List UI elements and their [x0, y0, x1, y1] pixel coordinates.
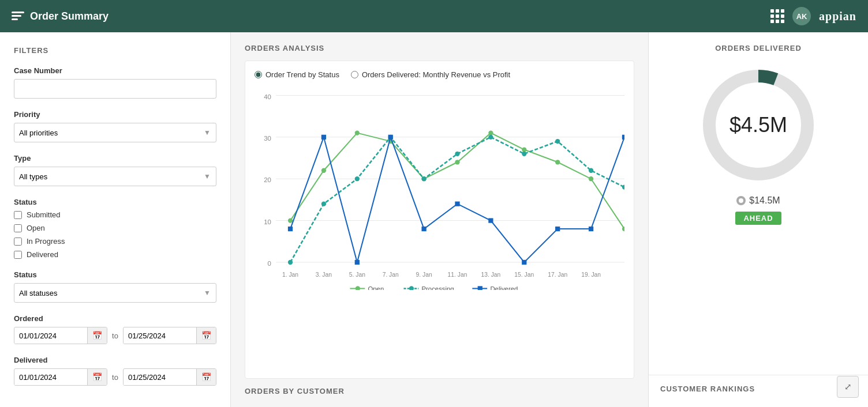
svg-point-28	[555, 160, 560, 164]
svg-text:20: 20	[264, 176, 271, 183]
delivered-to-wrapper: 📅	[123, 368, 216, 386]
svg-text:Open: Open	[368, 285, 384, 290]
svg-point-29	[589, 176, 593, 181]
status-select[interactable]: All statuses Submitted Open In Progress …	[14, 283, 216, 303]
ordered-from-input[interactable]	[14, 328, 87, 344]
ordered-from-wrapper: 📅	[14, 327, 107, 344]
radio-trend[interactable]: Order Trend by Status	[255, 70, 339, 79]
svg-point-32	[321, 202, 326, 206]
type-select-wrapper: All types Type A Type B ▼	[14, 167, 216, 186]
delivered-to-calendar-button[interactable]: 📅	[196, 369, 216, 385]
target-value: $14.5M	[749, 195, 780, 206]
status-dropdown-filter: Status All statuses Submitted Open In Pr…	[14, 270, 216, 303]
svg-text:Processing: Processing	[421, 285, 454, 290]
svg-point-36	[455, 152, 459, 156]
svg-point-25	[455, 160, 459, 164]
checkbox-submitted-input[interactable]	[14, 211, 22, 219]
scroll-to-top-button[interactable]: ⤢	[837, 376, 859, 398]
svg-rect-52	[622, 135, 624, 140]
case-number-input[interactable]	[14, 79, 216, 99]
svg-rect-47	[455, 202, 459, 206]
priority-select[interactable]: All priorities High Medium Low	[14, 123, 216, 142]
svg-text:9. Jan: 9. Jan	[416, 272, 432, 278]
delivered-to-label: to	[112, 373, 118, 382]
svg-point-62	[709, 76, 807, 174]
svg-text:13. Jan: 13. Jan	[481, 272, 500, 278]
svg-rect-44	[355, 260, 360, 265]
svg-text:19. Jan: 19. Jan	[581, 272, 601, 278]
checkbox-delivered-input[interactable]	[14, 251, 22, 259]
svg-point-38	[522, 152, 526, 156]
radio-revenue-input[interactable]	[351, 71, 358, 78]
chart-container: Order Trend by Status Orders Delivered: …	[245, 61, 634, 379]
chart-icon	[12, 12, 24, 21]
orders-analysis-section: ORDERS ANALYSIS Order Trend by Status Or…	[231, 32, 649, 407]
svg-text:10: 10	[264, 218, 271, 225]
delivered-from-input[interactable]	[14, 370, 87, 385]
svg-point-27	[522, 147, 526, 152]
radio-revenue[interactable]: Orders Delivered: Monthly Revenue vs Pro…	[351, 70, 510, 79]
svg-rect-49	[522, 260, 526, 265]
delivered-from-calendar-button[interactable]: 📅	[87, 369, 107, 385]
ordered-to-label: to	[112, 331, 118, 340]
type-filter: Type All types Type A Type B ▼	[14, 154, 216, 186]
svg-point-20	[288, 218, 293, 223]
priority-select-wrapper: All priorities High Medium Low ▼	[14, 123, 216, 142]
radio-trend-input[interactable]	[255, 71, 262, 78]
status-checkbox-label: Status	[14, 198, 216, 206]
checkbox-in-progress-input[interactable]	[14, 238, 22, 246]
case-number-filter: Case Number	[14, 66, 216, 99]
svg-rect-45	[388, 135, 393, 140]
checkbox-delivered[interactable]: Delivered	[14, 250, 216, 259]
target-value-group: $14.5M	[736, 195, 780, 206]
svg-text:0: 0	[268, 260, 271, 267]
filters-heading: FILTERS	[14, 46, 216, 55]
svg-rect-43	[321, 135, 326, 140]
ordered-to-input[interactable]	[124, 328, 196, 344]
svg-text:5. Jan: 5. Jan	[349, 272, 365, 278]
svg-point-26	[488, 130, 493, 135]
svg-rect-48	[488, 218, 493, 223]
delivered-to-input[interactable]	[124, 370, 196, 385]
ordered-from-calendar-button[interactable]: 📅	[87, 327, 107, 344]
ordered-to-calendar-button[interactable]: 📅	[196, 327, 216, 344]
checkbox-in-progress-label: In Progress	[27, 237, 65, 246]
filters-sidebar: FILTERS Case Number Priority All priorit…	[0, 32, 231, 407]
type-select[interactable]: All types Type A Type B	[14, 167, 216, 186]
checkbox-in-progress[interactable]: In Progress	[14, 237, 216, 246]
svg-point-40	[589, 168, 593, 173]
priority-label: Priority	[14, 110, 216, 119]
priority-filter: Priority All priorities High Medium Low …	[14, 110, 216, 142]
svg-point-54	[356, 286, 360, 289]
trend-chart: 40 30 20 10 0 1. Jan 3. Jan	[255, 87, 624, 290]
checkbox-open-input[interactable]	[14, 224, 22, 232]
svg-rect-60	[478, 286, 482, 289]
app-title: Order Summary	[30, 10, 108, 22]
appian-logo: appian	[819, 10, 856, 23]
svg-text:30: 30	[264, 135, 271, 142]
ordered-label: Ordered	[14, 314, 216, 323]
status-dropdown-label: Status	[14, 270, 216, 279]
orders-delivered-section: ORDERS DELIVERED $4.5M	[649, 32, 868, 375]
customer-rankings-section: CUSTOMER RANKINGS	[649, 375, 868, 407]
checkbox-submitted[interactable]: Submitted	[14, 210, 216, 219]
customer-rankings-title: CUSTOMER RANKINGS	[660, 385, 856, 393]
status-select-wrapper: All statuses Submitted Open In Progress …	[14, 283, 216, 303]
svg-point-57	[409, 286, 414, 289]
checkbox-open[interactable]: Open	[14, 224, 216, 232]
grid-menu-icon[interactable]	[770, 9, 784, 23]
user-avatar[interactable]: AK	[792, 7, 811, 25]
status-checkbox-filter: Status Submitted Open In Progress Delive…	[14, 198, 216, 259]
checkbox-delivered-label: Delivered	[27, 250, 58, 259]
svg-text:7. Jan: 7. Jan	[383, 272, 399, 278]
type-label: Type	[14, 154, 216, 163]
app-header: Order Summary AK appian	[0, 0, 868, 32]
ordered-filter: Ordered 📅 to 📅	[14, 314, 216, 344]
checkbox-submitted-label: Submitted	[27, 210, 61, 219]
delivered-date-range: 📅 to 📅	[14, 368, 216, 386]
ordered-date-range: 📅 to 📅	[14, 327, 216, 344]
main-content: ORDERS ANALYSIS Order Trend by Status Or…	[231, 32, 868, 407]
orders-analysis-title: ORDERS ANALYSIS	[245, 44, 634, 52]
radio-revenue-label: Orders Delivered: Monthly Revenue vs Pro…	[362, 70, 510, 79]
case-number-label: Case Number	[14, 66, 216, 75]
